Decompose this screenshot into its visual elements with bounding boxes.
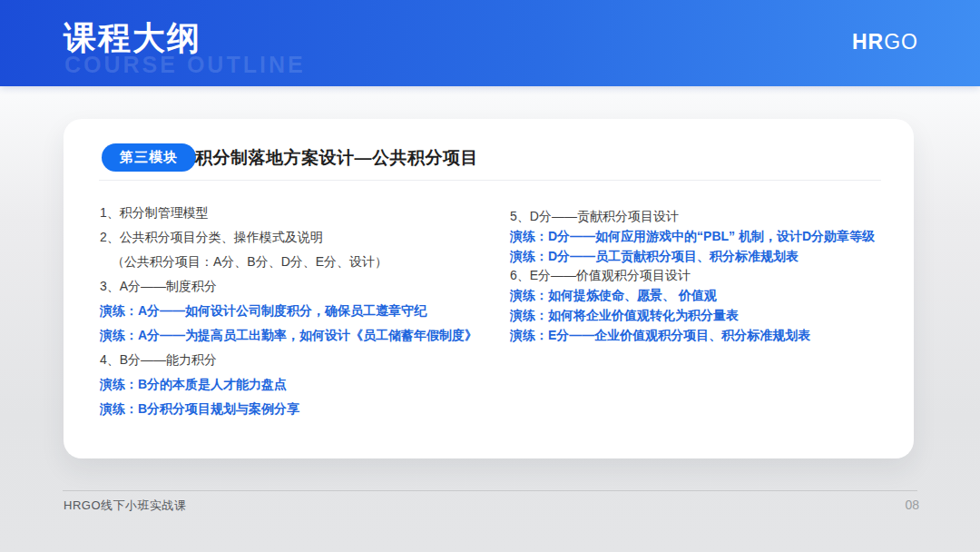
outline-line-drill: 演练：A分——如何设计公司制度积分，确保员工遵章守纪 — [100, 299, 508, 323]
outline-line-item: 2、公共积分项目分类、操作模式及说明 — [100, 225, 508, 250]
outline-line-drill: 演练：A分——为提高员工出勤率，如何设计《员工储蓄年假制度》 — [100, 323, 508, 348]
outline-line-item: 1、积分制管理模型 — [100, 201, 508, 225]
logo-text-bold: HR — [852, 30, 884, 54]
outline-line-item: 5、D分——贡献积分项目设计 — [510, 207, 900, 227]
outline-line-drill: 演练：如何提炼使命、愿景、 价值观 — [510, 286, 900, 306]
outline-line-item: 4、B分——能力积分 — [100, 348, 508, 372]
outline-line-item: 3、A分——制度积分 — [100, 274, 508, 299]
module-badge: 第三模块 — [102, 143, 196, 172]
page-title: 课程大纲 — [64, 20, 201, 56]
hrgo-logo: HRGO — [852, 30, 918, 54]
footer-course-name: HRGO线下小班实战课 — [64, 498, 187, 514]
outline-column-right: 5、D分——贡献积分项目设计演练：D分——如何应用游戏中的“PBL” 机制，设计… — [510, 207, 900, 346]
outline-line-drill: 演练：B分积分项目规划与案例分享 — [100, 397, 508, 421]
outline-line-drill: 演练：如何将企业价值观转化为积分量表 — [510, 306, 900, 326]
content-card: 第三模块 积分制落地方案设计—公共积分项目 1、积分制管理模型2、公共积分项目分… — [64, 119, 914, 458]
slide-header: COURSE OUTLINE 课程大纲 HRGO — [0, 0, 980, 86]
logo-text-light: GO — [884, 30, 918, 54]
slide: COURSE OUTLINE 课程大纲 HRGO 第三模块 积分制落地方案设计—… — [0, 0, 980, 552]
outline-line-drill: 演练：D分——如何应用游戏中的“PBL” 机制，设计D分勋章等级 — [510, 227, 900, 247]
footer-divider — [63, 490, 917, 491]
outline-line-sub: （公共积分项目：A分、B分、D分、E分、设计） — [100, 250, 508, 274]
page-number: 08 — [905, 498, 919, 512]
outline-line-drill: 演练：D分——员工贡献积分项目、积分标准规划表 — [510, 247, 900, 267]
outline-line-item: 6、E分——价值观积分项目设计 — [510, 266, 900, 286]
title-divider — [99, 180, 881, 181]
outline-line-drill: 演练：B分的本质是人才能力盘点 — [100, 372, 508, 397]
module-title: 积分制落地方案设计—公共积分项目 — [195, 145, 478, 171]
outline-column-left: 1、积分制管理模型2、公共积分项目分类、操作模式及说明（公共积分项目：A分、B分… — [100, 201, 508, 421]
outline-line-drill: 演练：E分——企业价值观积分项目、积分标准规划表 — [510, 326, 900, 346]
